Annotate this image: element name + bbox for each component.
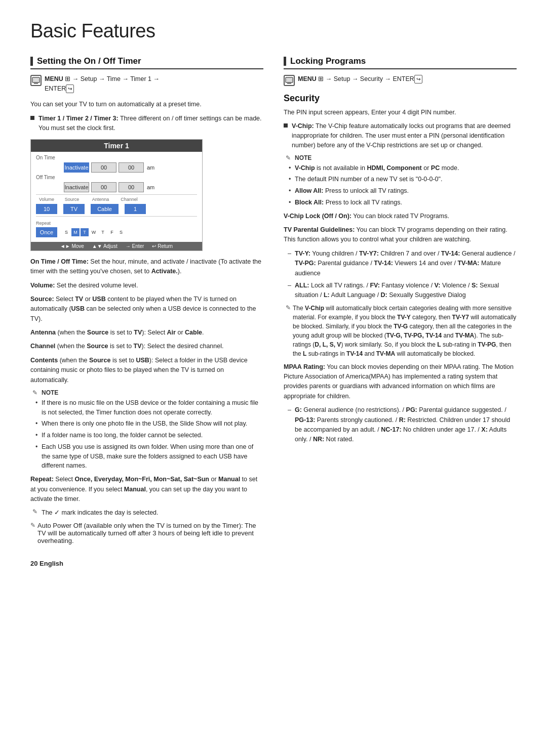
vchip-note-sub: ✎ The V-Chip will automatically block ce… [284, 304, 517, 358]
antenna-text: Antenna (when the Source is set to TV): … [30, 328, 263, 338]
source-text: Source: Select TV or USB content to be p… [30, 295, 263, 324]
menu-path-text-timer: MENU ⊞ → Setup → Time → Timer 1 → ENTER↪ [45, 74, 160, 94]
bullet-square-vchip [284, 123, 288, 128]
checkmark-note: ✎ The ✓ mark indicates the day is select… [30, 508, 263, 518]
repeat-val[interactable]: Once [36, 227, 57, 237]
auto-power-note: ✎ Auto Power Off (available only when th… [30, 522, 263, 544]
nav-return: ↩ Return [152, 243, 173, 249]
note-pencil-icon3: ✎ [30, 522, 35, 529]
timer-ui-box: Timer 1 On Time Inactivate 00 00 am Off … [30, 139, 203, 251]
dash-item-2: ALL: Lock all TV ratings. / FV: Fantasy … [288, 281, 517, 301]
on-time-ampm: am [147, 164, 154, 171]
tv-parental-text: TV Parental Guidelines: You can block TV… [284, 225, 517, 245]
channel-val[interactable]: 1 [125, 204, 146, 214]
on-time-label: On Time [36, 155, 64, 160]
off-time-row: Off Time [36, 175, 197, 180]
nav-adjust: ▲▼ Adjust [92, 243, 118, 249]
day-sun: S [62, 228, 70, 236]
svg-rect-5 [287, 78, 292, 81]
menu-arrow-timer: ⊞ → Setup → Time → Timer 1 → [65, 75, 160, 82]
section-title-timer: Setting the On / Off Timer [37, 56, 141, 66]
menu-bold-timer: MENU [45, 75, 63, 82]
source-col-label: Source [61, 197, 83, 202]
on-time-field3[interactable]: 00 [119, 162, 144, 173]
contents-text: Contents (when the Source is set to USB)… [30, 356, 263, 385]
note-item-3: If a folder name is too long, the folder… [35, 431, 263, 440]
security-intro: The PIN input screen appears, Enter your… [284, 108, 517, 117]
page-language-text: English [40, 560, 63, 567]
off-time-field1[interactable]: Inactivate [64, 182, 89, 192]
on-time-field1[interactable]: Inactivate [64, 162, 89, 173]
enter-key-lock: ↪ [414, 75, 422, 83]
note-right-1: V-Chip is not available in HDMI, Compone… [289, 163, 517, 173]
mpaa-text: MPAA Rating: You can block movies depend… [284, 362, 517, 402]
off-time-label: Off Time [36, 175, 64, 180]
note-list-timer: If there is no music file on the USB dev… [30, 398, 263, 471]
section-bar-lock-icon [284, 57, 286, 66]
note-right-2: The default PIN number of a new TV set i… [289, 175, 517, 184]
timer-divider2 [36, 216, 197, 217]
channel-text: Channel (when the Source is set to TV): … [30, 342, 263, 351]
section-title-lock: Locking Programs [290, 56, 366, 66]
on-time-fields: Inactivate 00 00 am [36, 162, 197, 173]
note-pencil-icon: ✎ [30, 389, 40, 396]
volume-val[interactable]: 10 [36, 204, 57, 214]
source-val[interactable]: TV [63, 204, 85, 214]
svg-rect-4 [287, 83, 291, 84]
menu-arrow-lock: ⊞ → Setup → Security → ENTER↪ [318, 75, 422, 82]
svg-rect-2 [33, 78, 38, 81]
off-time-ampm: am [147, 184, 154, 190]
note-pencil-icon-right: ✎ [284, 154, 293, 161]
menu-path-text-lock: MENU ⊞ → Setup → Security → ENTER↪ [298, 74, 422, 84]
note-right-4: Block All: Press to lock all TV ratings. [289, 198, 517, 207]
menu-icon-timer [30, 75, 42, 86]
vchip-bullet-block: V-Chip: The V-Chip feature automatically… [284, 121, 517, 150]
timer-grid: On Time Inactivate 00 00 am Off Time Ina… [31, 152, 202, 242]
auto-power-text: Auto Power Off (available only when the … [37, 522, 263, 544]
menu-tv-icon2 [285, 76, 293, 85]
day-wed: W [90, 228, 98, 236]
vchip-bullet-item: V-Chip: The V-Chip feature automatically… [284, 121, 517, 150]
note-item-4: Each USB you use is assigned its own fol… [35, 442, 263, 471]
timer-nav-bar: ◄► Move ▲▼ Adjust → Enter ↩ Return [31, 242, 202, 250]
timer-bullet-text: Timer 1 / Timer 2 / Timer 3: Three diffe… [38, 114, 263, 133]
repeat-row: Repeat [36, 219, 197, 226]
note-list-right: V-Chip is not available in HDMI, Compone… [284, 163, 517, 207]
vchip-lock-text: V-Chip Lock (Off / On): You can block ra… [284, 212, 517, 221]
day-sat: S [117, 228, 125, 236]
vchip-note-text: The V-Chip will automatically block cert… [293, 304, 517, 358]
menu-icon-lock [284, 75, 295, 86]
note-block-timer: ✎ NOTE If there is no music file on the … [30, 389, 263, 471]
section-header-lock: Locking Programs [284, 56, 517, 69]
on-time-field2[interactable]: 00 [91, 162, 116, 173]
channel-col-label: Channel [119, 197, 140, 202]
timer-divider1 [36, 194, 197, 195]
section-bar-icon [30, 57, 33, 66]
off-time-fields: Inactivate 00 00 am [36, 182, 197, 192]
nav-move: ◄► Move [60, 243, 84, 249]
menu-path-timer: MENU ⊞ → Setup → Time → Timer 1 → ENTER↪ [30, 74, 263, 94]
mpaa-dash-item-1: G: General audience (no restrictions). /… [288, 405, 517, 445]
day-fri: F [108, 228, 116, 236]
on-off-time-text: On Time / Off Time: Set the hour, minute… [30, 257, 263, 277]
note-sub-icon: ✎ [286, 304, 291, 311]
note-item-1: If there is no music file on the USB dev… [35, 398, 263, 417]
volume-col-label: Volume [36, 197, 57, 202]
enter-label-timer: ENTER↪ [45, 85, 74, 92]
note-header-right: ✎ NOTE [284, 154, 517, 161]
note-right-3: Allow All: Press to unlock all TV rating… [289, 186, 517, 196]
security-title: Security [284, 93, 517, 104]
page-number: 20 [30, 560, 37, 567]
svg-rect-1 [34, 83, 38, 84]
menu-path-lock: MENU ⊞ → Setup → Security → ENTER↪ [284, 74, 517, 86]
menu-tv-icon [32, 76, 40, 85]
page-title: Basic Features [30, 20, 517, 42]
off-time-field2[interactable]: 00 [91, 182, 116, 192]
timer-title: Timer 1 [31, 140, 202, 152]
antenna-val[interactable]: Cable [91, 204, 119, 214]
note-item-2: When there is only one photo file in the… [35, 419, 263, 429]
tv-parental-dash-list: TV-Y: Young children / TV-Y7: Children 7… [284, 249, 517, 301]
off-time-field3[interactable]: 00 [119, 182, 144, 192]
menu-bold-lock: MENU [298, 75, 317, 82]
timer-bullet-block: Timer 1 / Timer 2 / Timer 3: Three diffe… [30, 114, 263, 133]
